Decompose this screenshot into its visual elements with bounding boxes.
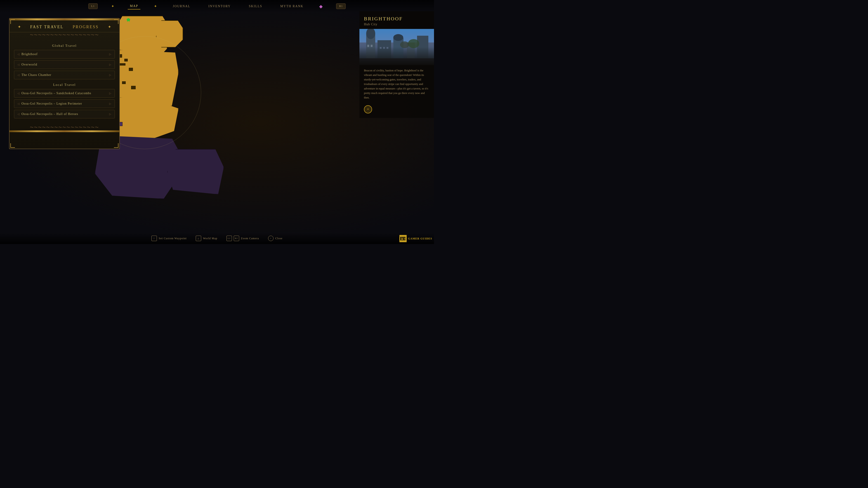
world-map-label: World Map <box>203 237 217 240</box>
close-button-icon: ○ <box>268 236 274 241</box>
zoom-label: Zoom Camera <box>241 237 259 240</box>
top-navigation: L1 ✦ MAP ✦ JOURNAL INVENTORY SKILLS MYTH… <box>0 0 434 12</box>
waypoint-button-icon: □ <box>151 236 157 241</box>
wave-divider-bottom: 〜〜〜〜〜〜〜〜〜〜〜〜〜〜〜〜〜 <box>9 125 119 130</box>
watermark: GAMER GUIDES <box>399 235 432 242</box>
travel-item-chaos-chamber[interactable]: The Chaos Chamber <box>14 71 115 79</box>
travel-item-hall-heroes[interactable]: Ossu-Gol Necropolis – Hall of Heroes <box>14 110 115 119</box>
tab-inventory[interactable]: INVENTORY <box>206 3 233 9</box>
close-label: Close <box>275 237 283 240</box>
location-image-overlay <box>360 29 434 65</box>
fast-travel-panel: ✦ Fast Travel Progress ✦ 〜〜〜〜〜〜〜〜〜〜〜〜〜〜〜… <box>9 18 120 149</box>
travel-item-sandchoked[interactable]: Ossu-Gol Necropolis – Sandchoked Catacom… <box>14 89 115 98</box>
location-type: Hub City <box>360 23 434 29</box>
local-travel-title: Local Travel <box>14 83 115 87</box>
scroll-top-decoration <box>9 19 119 20</box>
panel-corner-tr <box>114 20 119 24</box>
bottom-action-waypoint[interactable]: □ Set Custom Waypoint <box>151 236 187 241</box>
watermark-icon <box>399 235 407 242</box>
world-map-button-icon: △ <box>196 236 201 241</box>
zoom-r2-icon: R2 <box>234 236 239 241</box>
location-name: Brighthoof <box>360 11 434 23</box>
tab-map[interactable]: MAP <box>128 3 141 9</box>
bottom-action-close[interactable]: ○ Close <box>268 236 283 241</box>
map-block <box>120 63 125 66</box>
panel-icon-right: ✦ <box>108 24 111 29</box>
panel-header: ✦ Fast Travel Progress ✦ <box>9 20 119 32</box>
panel-corner-tl <box>10 20 15 24</box>
waypoint-label: Set Custom Waypoint <box>159 237 187 240</box>
action-button-x[interactable]: × <box>364 105 372 113</box>
svg-rect-18 <box>400 237 401 240</box>
map-block <box>122 81 126 84</box>
travel-item-brighthoof[interactable]: Brighthoof <box>14 50 115 59</box>
watermark-text: GAMER GUIDES <box>408 237 432 240</box>
panel-corner-br <box>114 143 119 148</box>
bottom-bar: □ Set Custom Waypoint △ World Map L2 R2 … <box>0 233 434 244</box>
nav-icon-right: ✦ <box>154 4 157 8</box>
nav-l1-button[interactable]: L1 <box>88 3 98 9</box>
global-travel-title: Global Travel <box>14 44 115 48</box>
tab-journal[interactable]: JOURNAL <box>170 3 193 9</box>
svg-rect-20 <box>402 239 403 240</box>
scroll-bottom-decoration <box>9 130 119 132</box>
map-block <box>131 86 135 89</box>
currency-icon: ◆ <box>319 4 322 9</box>
location-description: Beacon of civility, bastion of hope. Bri… <box>360 65 434 103</box>
svg-rect-19 <box>402 237 403 238</box>
zoom-l2-icon: L2 <box>226 236 232 241</box>
panel-title: Fast Travel <box>30 25 64 29</box>
travel-item-overworld[interactable]: Overworld <box>14 60 115 69</box>
map-block <box>129 68 133 71</box>
location-action: × <box>360 103 434 113</box>
panel-subtitle: Progress <box>73 25 99 29</box>
travel-item-legion[interactable]: Ossu-Gol Necropolis – Legion Perimeter <box>14 99 115 108</box>
tab-myth-rank[interactable]: MYTH RANK <box>278 3 306 9</box>
map-block <box>124 59 128 61</box>
panel-icon-left: ✦ <box>18 24 21 29</box>
panel-corner-bl <box>10 143 15 148</box>
svg-rect-21 <box>403 237 404 240</box>
nav-r1-button[interactable]: R1 <box>336 3 346 9</box>
location-image <box>360 29 434 65</box>
location-panel: Brighthoof Hub City <box>360 11 434 118</box>
wave-divider-top: 〜〜〜〜〜〜〜〜〜〜〜〜〜〜〜〜〜 <box>9 32 119 38</box>
svg-rect-22 <box>404 237 405 238</box>
bottom-action-world-map[interactable]: △ World Map <box>196 236 217 241</box>
svg-rect-23 <box>404 239 405 240</box>
nav-icon-left: ✦ <box>111 4 114 8</box>
panel-content: Global Travel Brighthoof Overworld The C… <box>9 38 119 125</box>
bottom-action-zoom: L2 R2 Zoom Camera <box>226 236 259 241</box>
tab-skills[interactable]: SKILLS <box>247 3 265 9</box>
